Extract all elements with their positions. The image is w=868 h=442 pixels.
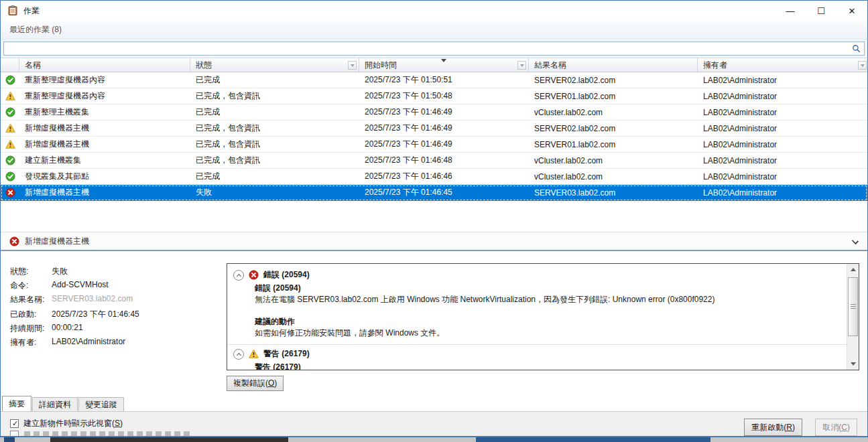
- job-starttime-cell: 2025/7/23 下午 01:46:49: [359, 106, 529, 118]
- job-resultname-cell: SERVER03.lab02.com: [529, 188, 698, 198]
- tab-summary[interactable]: 摘要: [2, 396, 32, 411]
- sort-descending-icon: [441, 59, 446, 62]
- success-icon: [1, 155, 19, 165]
- job-starttime-cell: 2025/7/23 下午 01:46:46: [359, 171, 529, 182]
- field-command: 命令:Add-SCVMHost: [10, 280, 109, 291]
- job-name-cell: 新增虛擬機器主機: [19, 123, 190, 134]
- column-header-icon[interactable]: [1, 58, 19, 72]
- job-owner-cell: LAB02\Administrator: [698, 188, 868, 198]
- job-resultname-cell: SERVER01.lab02.com: [529, 140, 698, 149]
- screen: 作業 — ☐ ✕ 最近的作業 (8) 名稱 狀態: [0, 0, 868, 442]
- field-owner: 擁有者:LAB02\Administrator: [10, 337, 125, 348]
- table-row[interactable]: 新增虛擬機器主機 失敗 2025/7/23 下午 01:46:45 SERVER…: [1, 185, 867, 201]
- scroll-down-icon[interactable]: [847, 358, 859, 370]
- recommended-action-heading: 建議的動作: [255, 316, 840, 327]
- owner-filter-icon[interactable]: [858, 61, 867, 70]
- jobs-table-body: 重新整理虛擬機器內容 已完成 2025/7/23 下午 01:50:51 SER…: [1, 72, 867, 232]
- job-owner-cell: LAB02\Administrator: [698, 140, 868, 149]
- job-starttime-cell: 2025/7/23 下午 01:50:48: [359, 90, 529, 102]
- error-icon: [1, 188, 19, 198]
- warning-icon: [1, 123, 19, 133]
- taskbar-dark-sliver: [50, 437, 288, 442]
- warning-entry-header: 警告 (26179): [227, 345, 847, 360]
- job-resultname-cell: SERVER02.lab02.com: [529, 76, 698, 85]
- close-button[interactable]: ✕: [836, 1, 867, 21]
- search-box[interactable]: [3, 42, 865, 56]
- show-window-option[interactable]: ✓ 建立新物件時顯示此視窗(S): [10, 418, 123, 429]
- jobs-window: 作業 — ☐ ✕ 最近的作業 (8) 名稱 狀態: [0, 0, 868, 437]
- column-header-name[interactable]: 名稱: [19, 58, 190, 72]
- error-heading: 錯誤 (20594): [255, 283, 840, 294]
- status-filter-icon[interactable]: [348, 61, 357, 70]
- maximize-button[interactable]: ☐: [806, 1, 836, 21]
- chevron-down-icon[interactable]: [852, 238, 859, 244]
- job-name-cell: 新增虛擬機器主機: [19, 187, 190, 198]
- job-starttime-cell: 2025/7/23 下午 01:46:45: [359, 187, 529, 198]
- tab-bar: 摘要 詳細資料 變更追蹤: [1, 396, 867, 411]
- column-header-resultname[interactable]: 結果名稱: [529, 58, 698, 72]
- job-name-cell: 重新整理主機叢集: [19, 106, 190, 118]
- search-input[interactable]: [7, 43, 852, 54]
- job-starttime-cell: 2025/7/23 下午 01:46:49: [359, 123, 529, 134]
- tab-details[interactable]: 詳細資料: [32, 397, 78, 411]
- recent-jobs-label: 最近的作業 (8): [9, 24, 62, 35]
- table-row[interactable]: 發現叢集及其節點 已完成 2025/7/23 下午 01:46:46 vClus…: [1, 169, 867, 185]
- job-status-cell: 失敗: [190, 187, 359, 198]
- column-header-status[interactable]: 狀態: [190, 58, 359, 72]
- job-owner-cell: LAB02\Administrator: [698, 172, 868, 181]
- recommended-action-text: 如需如何修正功能安裝問題，請參閱 Windows 文件。: [255, 327, 840, 339]
- job-owner-cell: LAB02\Administrator: [698, 156, 868, 165]
- job-status-cell: 已完成，包含資訊: [190, 139, 359, 150]
- starttime-filter-icon[interactable]: [517, 61, 526, 70]
- clipped-checkbox: [10, 431, 19, 437]
- cancel-button[interactable]: 取消(C): [815, 419, 857, 436]
- search-row: [1, 40, 867, 58]
- job-name-cell: 重新整理虛擬機器內容: [19, 90, 190, 102]
- error-list-content: 錯誤 (20594) 錯誤 (20594) 無法在電腦 SERVER03.lab…: [227, 264, 847, 370]
- copy-error-button[interactable]: 複製錯誤(O): [227, 376, 284, 391]
- error-entry-title: 錯誤 (20594): [263, 269, 310, 281]
- job-resultname-cell: SERVER01.lab02.com: [529, 92, 698, 101]
- job-status-cell: 已完成，包含資訊: [190, 123, 359, 134]
- scrollbar-thumb[interactable]: [848, 277, 858, 336]
- job-name-cell: 發現叢集及其節點: [19, 171, 190, 182]
- warning-entry-body: 警告 (26179) 未針對主機 SERVER03.lab02.com 上的已知…: [227, 360, 847, 370]
- clipped-option-row: [10, 431, 225, 437]
- job-starttime-cell: 2025/7/23 下午 01:50:51: [359, 74, 529, 86]
- show-window-checkbox[interactable]: ✓: [10, 419, 19, 428]
- table-header: 名稱 狀態 開始時間 結果名稱 擁有者: [1, 58, 867, 72]
- column-header-starttime[interactable]: 開始時間: [359, 58, 529, 72]
- search-icon[interactable]: [852, 44, 861, 53]
- tab-change-tracking[interactable]: 變更追蹤: [78, 397, 124, 411]
- job-status-cell: 已完成，包含資訊: [190, 90, 359, 102]
- error-icon: [9, 236, 19, 246]
- jobs-clipboard-icon: [7, 5, 18, 16]
- field-started: 已啟動:2025/7/23 下午 01:46:45: [10, 309, 139, 320]
- error-list-panel: 錯誤 (20594) 錯誤 (20594) 無法在電腦 SERVER03.lab…: [227, 263, 859, 370]
- job-status-cell: 已完成: [190, 74, 359, 86]
- detail-section-header[interactable]: 新增虛擬機器主機: [1, 232, 867, 250]
- minimize-button[interactable]: —: [775, 1, 806, 21]
- table-row[interactable]: 重新整理虛擬機器內容 已完成 2025/7/23 下午 01:50:51 SER…: [1, 72, 867, 88]
- table-row[interactable]: 重新整理虛擬機器內容 已完成，包含資訊 2025/7/23 下午 01:50:4…: [1, 88, 867, 104]
- table-row[interactable]: 建立新主機叢集 已完成，包含資訊 2025/7/23 下午 01:46:48 v…: [1, 153, 867, 169]
- job-status-cell: 已完成: [190, 106, 359, 118]
- job-owner-cell: LAB02\Administrator: [698, 76, 868, 85]
- scrollbar[interactable]: [847, 264, 859, 370]
- taskbar-sliver: [0, 437, 868, 442]
- table-row[interactable]: 新增虛擬機器主機 已完成，包含資訊 2025/7/23 下午 01:46:49 …: [1, 137, 867, 153]
- job-name-cell: 新增虛擬機器主機: [19, 139, 190, 150]
- restart-button[interactable]: 重新啟動(R): [744, 419, 802, 436]
- column-header-owner[interactable]: 擁有者: [698, 58, 868, 72]
- scroll-up-icon[interactable]: [847, 264, 859, 275]
- taskbar-blue-sliver: [476, 437, 710, 442]
- job-name-cell: 重新整理虛擬機器內容: [19, 74, 190, 86]
- job-owner-cell: LAB02\Administrator: [698, 108, 868, 117]
- table-row[interactable]: 新增虛擬機器主機 已完成，包含資訊 2025/7/23 下午 01:46:49 …: [1, 121, 867, 137]
- table-row[interactable]: 重新整理主機叢集 已完成 2025/7/23 下午 01:46:49 vClus…: [1, 104, 867, 121]
- collapse-expander-icon[interactable]: [233, 349, 244, 360]
- job-status-cell: 已完成: [190, 171, 359, 182]
- title-bar: 作業 — ☐ ✕: [1, 1, 867, 21]
- collapse-expander-icon[interactable]: [233, 270, 244, 281]
- warning-icon: [249, 349, 259, 359]
